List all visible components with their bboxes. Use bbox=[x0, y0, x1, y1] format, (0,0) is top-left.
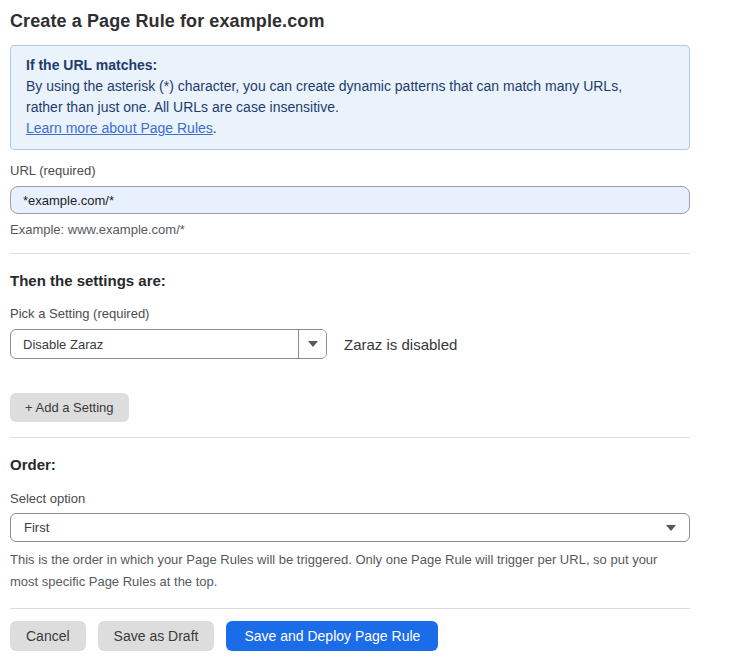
order-section-heading: Order: bbox=[10, 456, 690, 473]
url-match-info-box: If the URL matches: By using the asteris… bbox=[10, 45, 690, 150]
order-select-value: First bbox=[24, 520, 49, 535]
settings-section-heading: Then the settings are: bbox=[10, 272, 690, 289]
link-suffix-text: . bbox=[213, 120, 217, 136]
url-field-label: URL (required) bbox=[10, 163, 690, 178]
cancel-button[interactable]: Cancel bbox=[10, 621, 86, 651]
info-box-body: By using the asterisk (*) character, you… bbox=[26, 76, 656, 118]
setting-row: Disable Zaraz Zaraz is disabled bbox=[10, 329, 690, 359]
order-helper-text: This is the order in which your Page Rul… bbox=[10, 549, 682, 593]
url-input[interactable] bbox=[10, 186, 690, 214]
save-as-draft-button[interactable]: Save as Draft bbox=[98, 621, 215, 651]
setting-dropdown-arrow-button[interactable] bbox=[298, 330, 326, 358]
setting-status-text: Zaraz is disabled bbox=[344, 336, 457, 353]
divider bbox=[10, 437, 690, 438]
create-page-rule-form: Create a Page Rule for example.com If th… bbox=[0, 0, 690, 651]
caret-down-icon bbox=[308, 341, 318, 347]
learn-more-page-rules-link[interactable]: Learn more about Page Rules bbox=[26, 120, 213, 136]
info-box-link-line: Learn more about Page Rules. bbox=[26, 118, 674, 139]
divider bbox=[10, 608, 690, 609]
setting-dropdown-value: Disable Zaraz bbox=[11, 330, 298, 358]
order-select[interactable]: First bbox=[10, 513, 690, 542]
url-example-helper: Example: www.example.com/* bbox=[10, 222, 690, 237]
order-select-label: Select option bbox=[10, 491, 690, 506]
page-title: Create a Page Rule for example.com bbox=[10, 11, 690, 32]
divider bbox=[10, 253, 690, 254]
add-setting-button[interactable]: + Add a Setting bbox=[10, 393, 129, 422]
save-and-deploy-button[interactable]: Save and Deploy Page Rule bbox=[226, 621, 438, 651]
pick-setting-label: Pick a Setting (required) bbox=[10, 306, 690, 321]
caret-down-icon bbox=[666, 525, 676, 531]
form-actions: Cancel Save as Draft Save and Deploy Pag… bbox=[10, 621, 690, 651]
setting-dropdown[interactable]: Disable Zaraz bbox=[10, 329, 327, 359]
info-box-heading: If the URL matches: bbox=[26, 55, 674, 76]
